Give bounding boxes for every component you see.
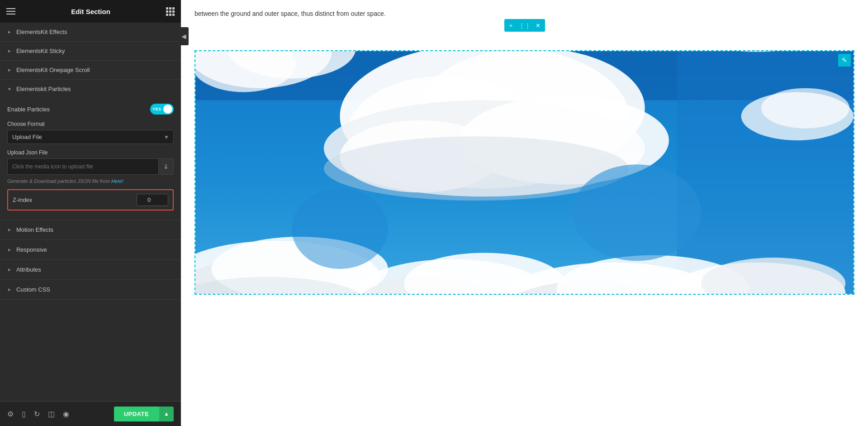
toggle-yes-label: YES xyxy=(152,107,161,111)
choose-format-row: Choose Format Upload File Preset ▼ xyxy=(7,121,174,144)
arrow-attributes-icon: ► xyxy=(7,267,12,272)
enable-particles-row: Enable Particles YES xyxy=(7,104,174,115)
motion-effects-label: Motion Effects xyxy=(16,226,53,233)
download-hint-pre: Generate & Download particles JSON file … xyxy=(7,178,111,184)
bottom-toolbar: ⚙ ▯ ↻ ◫ ◉ UPDATE ▲ xyxy=(0,401,181,426)
image-edit-button[interactable]: ✎ xyxy=(838,54,851,67)
preview-icon[interactable]: ◉ xyxy=(63,410,69,418)
accordion-motion-effects[interactable]: ► Motion Effects xyxy=(0,220,181,240)
zindex-input[interactable] xyxy=(137,194,168,206)
accordion-header-particles[interactable]: ▼ Elementskit Particles xyxy=(0,80,181,98)
accordion-responsive[interactable]: ► Responsive xyxy=(0,240,181,260)
choose-format-select-wrapper: Upload File Preset ▼ xyxy=(7,130,174,144)
upload-json-input[interactable] xyxy=(8,160,158,173)
arrow-onepage-icon: ► xyxy=(7,67,12,72)
download-hint: Generate & Download particles JSON file … xyxy=(7,178,174,184)
panel-header: Edit Section xyxy=(0,0,181,23)
accordion-header-effects[interactable]: ► ElementsKit Effects xyxy=(0,23,181,41)
toolbar-icons: ⚙ ▯ ↻ ◫ ◉ xyxy=(7,410,69,418)
svg-point-33 xyxy=(573,164,701,261)
download-hint-link[interactable]: Here! xyxy=(111,178,123,184)
custom-css-label: Custom CSS xyxy=(16,286,50,293)
effects-label: ElementsKit Effects xyxy=(16,29,67,35)
upload-json-row: Upload Json File ⇓ xyxy=(7,149,174,175)
accordion-elementskit-effects: ► ElementsKit Effects xyxy=(0,23,181,42)
upload-input-wrapper: ⇓ xyxy=(7,158,174,175)
enable-particles-label: Enable Particles xyxy=(7,106,50,113)
sticky-label: ElementsKit Sticky xyxy=(16,48,65,54)
responsive-icon[interactable]: ◫ xyxy=(48,410,55,418)
hamburger-icon[interactable] xyxy=(6,8,15,14)
choose-format-label: Choose Format xyxy=(7,121,174,127)
svg-point-15 xyxy=(761,88,849,129)
toggle-knob xyxy=(163,105,172,114)
panel-content: ► ElementsKit Effects ► ElementsKit Stic… xyxy=(0,23,181,426)
accordion-particles: ▼ Elementskit Particles Enable Particles… xyxy=(0,80,181,220)
enable-particles-toggle[interactable]: YES xyxy=(150,104,174,115)
upload-icon-button[interactable]: ⇓ xyxy=(158,159,173,174)
attributes-label: Attributes xyxy=(16,266,41,273)
right-area: between the ground and outer space, thus… xyxy=(181,0,868,426)
responsive-label: Responsive xyxy=(16,246,47,253)
arrow-motion-icon: ► xyxy=(7,227,12,232)
update-button[interactable]: UPDATE xyxy=(114,407,159,421)
update-dropdown-button[interactable]: ▲ xyxy=(159,407,174,421)
text-above-content: between the ground and outer space, thus… xyxy=(194,10,386,17)
onepage-label: ElementsKit Onepage Scroll xyxy=(16,67,90,73)
panel-title: Edit Section xyxy=(71,8,110,15)
zindex-row: Z-index xyxy=(7,189,174,211)
settings-icon[interactable]: ⚙ xyxy=(7,410,14,418)
svg-rect-2 xyxy=(677,51,854,294)
arrow-responsive-icon: ► xyxy=(7,247,12,252)
arrow-particles-icon: ▼ xyxy=(7,87,12,91)
content-area: between the ground and outer space, thus… xyxy=(181,0,868,426)
accordion-header-onepage[interactable]: ► ElementsKit Onepage Scroll xyxy=(0,61,181,79)
accordion-onepage: ► ElementsKit Onepage Scroll xyxy=(0,61,181,80)
image-container: ✎ xyxy=(194,50,854,295)
grid-menu-icon[interactable] xyxy=(166,7,175,16)
upload-json-label: Upload Json File xyxy=(7,149,174,156)
accordion-custom-css[interactable]: ► Custom CSS xyxy=(0,280,181,300)
update-btn-group: UPDATE ▲ xyxy=(114,407,174,421)
history-icon[interactable]: ↻ xyxy=(34,410,40,418)
particles-label: Elementskit Particles xyxy=(16,86,71,92)
arrow-effects-icon: ► xyxy=(7,29,12,34)
particles-body: Enable Particles YES Choose Format Uploa… xyxy=(0,98,181,220)
section-add-button[interactable]: + xyxy=(504,19,518,32)
svg-point-34 xyxy=(292,188,388,268)
accordion-attributes[interactable]: ► Attributes xyxy=(0,260,181,280)
left-panel: Edit Section ► ElementsKit Effects ► Ele… xyxy=(0,0,181,426)
section-close-button[interactable]: ✕ xyxy=(531,19,545,32)
collapse-panel-button[interactable]: ◀ xyxy=(179,27,189,45)
sky-image xyxy=(195,51,854,294)
choose-format-select[interactable]: Upload File Preset xyxy=(7,130,174,144)
section-toolbar: + ⋮⋮ ✕ xyxy=(504,19,545,32)
arrow-sticky-icon: ► xyxy=(7,48,12,53)
section-drag-handle[interactable]: ⋮⋮ xyxy=(518,19,531,32)
accordion-header-sticky[interactable]: ► ElementsKit Sticky xyxy=(0,42,181,60)
accordion-elementskit-sticky: ► ElementsKit Sticky xyxy=(0,42,181,61)
layers-icon[interactable]: ▯ xyxy=(22,410,26,418)
zindex-label: Z-index xyxy=(13,196,32,203)
arrow-custom-css-icon: ► xyxy=(7,287,12,292)
